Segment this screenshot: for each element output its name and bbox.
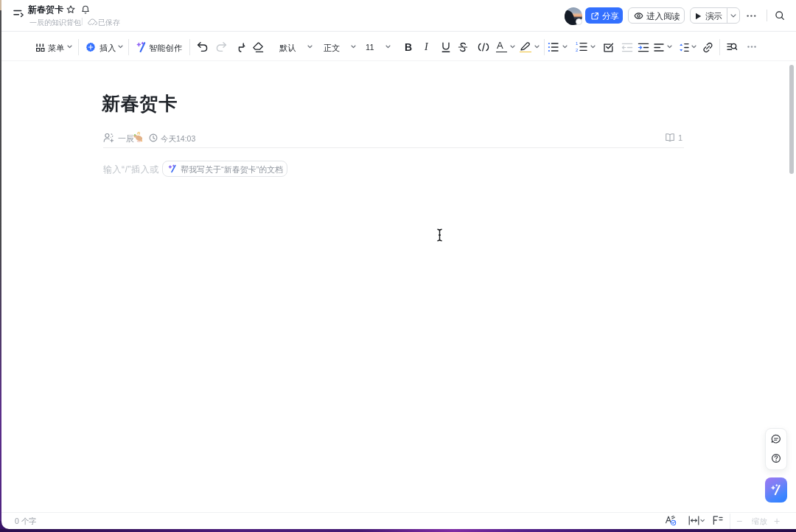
svg-text:2: 2 [576,48,579,52]
svg-text:1: 1 [576,41,579,46]
